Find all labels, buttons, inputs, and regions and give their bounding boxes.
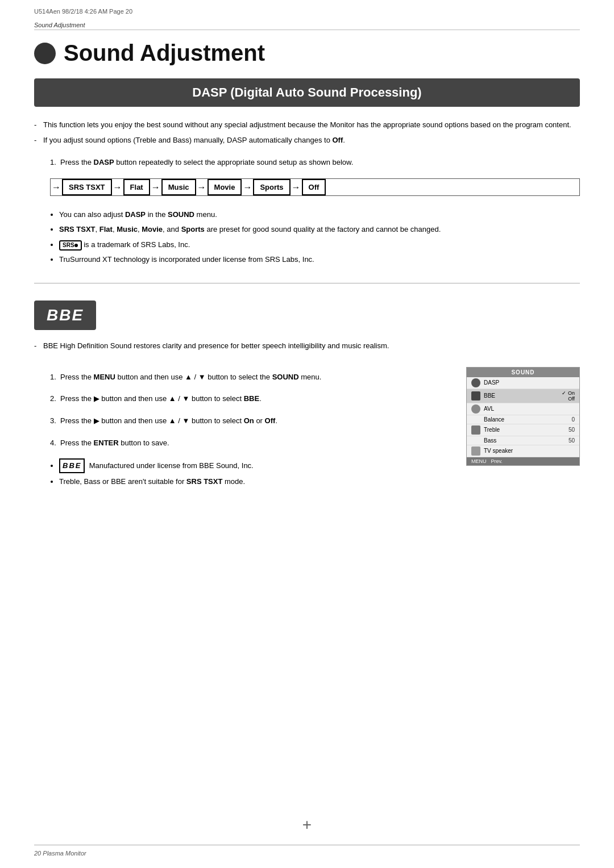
crosshair-icon xyxy=(298,817,316,834)
dasp-banner: DASP (Digital Auto Sound Processing) xyxy=(34,78,580,107)
flow-item-srs: SRS TSXT → xyxy=(62,179,123,195)
menu-row-treble: Treble 50 xyxy=(467,424,579,436)
menu-label-balance: Balance xyxy=(471,416,571,423)
dasp-sub-bullet-2: SRS TSXT, Flat, Music, Movie, and Sports… xyxy=(59,223,580,236)
flow-box-flat: Flat xyxy=(123,179,150,195)
menu-mockup: SOUND DASP BBE ✓ On Off AVL xyxy=(466,367,580,466)
flow-item-music: Music → xyxy=(161,179,208,195)
bbe-step-1: 1. Press the MENU button and then use ▲ … xyxy=(50,372,449,383)
flow-diagram: → SRS TSXT → Flat → Music → Movie → Spor… xyxy=(50,178,580,196)
arrow-icon: → xyxy=(197,182,206,193)
flow-box-srs: SRS TSXT xyxy=(62,179,112,195)
dasp-sub-bullet-4: TruSurround XT technology is incorporate… xyxy=(59,253,580,266)
bbe-step-3: 3. Press the ▶ button and then use ▲ / ▼… xyxy=(50,415,449,427)
page-wrapper: U514Aen 98/2/18 4:26 AM Page 20 Sound Ad… xyxy=(0,0,614,868)
step-1: 1. Press the DASP button repeatedly to s… xyxy=(50,157,580,169)
bbe-step-2: 2. Press the ▶ button and then use ▲ / ▼… xyxy=(50,393,449,405)
flow-box-sports: Sports xyxy=(253,179,290,195)
bbe-off-option: Off xyxy=(568,396,575,402)
dasp-bullet-2: If you adjust sound options (Treble and … xyxy=(34,135,580,147)
bbe-banner: BBE xyxy=(34,301,96,330)
bbe-section: 1. Press the MENU button and then use ▲ … xyxy=(34,361,580,494)
bbe-sub-bullets: BBE Manufactured under license from BBE … xyxy=(34,458,449,488)
arrow-icon: → xyxy=(151,182,160,193)
menu-header: SOUND xyxy=(467,368,579,377)
footer-page-label: 20 Plasma Monitor xyxy=(34,850,86,857)
breadcrumb: Sound Adjustment xyxy=(34,17,580,30)
menu-row-avl: AVL xyxy=(467,403,579,415)
menu-row-bass: Bass 50 xyxy=(467,436,579,445)
arrow-icon: → xyxy=(243,182,252,193)
bbe-sub-bullet-2: Treble, Bass or BBE aren't suitable for … xyxy=(59,475,449,488)
menu-footer-prev: Prev. xyxy=(491,458,503,464)
section-divider xyxy=(34,283,580,283)
menu-value-treble: 50 xyxy=(569,427,575,433)
flow-item-flat: Flat → xyxy=(123,179,161,195)
menu-icon-tvspeaker xyxy=(471,446,480,456)
menu-label-bass: Bass xyxy=(471,437,569,444)
flow-item-off: Off xyxy=(302,179,329,195)
menu-icon-dasp xyxy=(471,378,480,387)
dasp-sub-bullets: You can also adjust DASP in the SOUND me… xyxy=(34,208,580,265)
page-title-section: Sound Adjustment xyxy=(34,40,580,66)
menu-icon-treble xyxy=(471,425,480,435)
menu-row-bbe: BBE ✓ On Off xyxy=(467,389,579,403)
bbe-logo: BBE xyxy=(59,458,85,473)
arrow-icon: → xyxy=(113,182,122,193)
flow-box-movie: Movie xyxy=(208,179,242,195)
menu-icon-bbe xyxy=(471,391,480,400)
menu-value-balance: 0 xyxy=(571,416,575,423)
dasp-sub-bullet-1: You can also adjust DASP in the SOUND me… xyxy=(59,208,580,221)
arrow-icon: → xyxy=(52,182,61,193)
srs-logo: SRS xyxy=(59,240,82,251)
menu-label-bbe: BBE xyxy=(484,393,495,399)
bbe-text: 1. Press the MENU button and then use ▲ … xyxy=(34,361,449,494)
bbe-step-4: 4. Press the ENTER button to save. xyxy=(50,437,449,449)
flow-item-movie: Movie → xyxy=(208,179,254,195)
menu-label-dasp: DASP xyxy=(484,379,575,386)
page-title: Sound Adjustment xyxy=(64,40,265,66)
flow-box-off: Off xyxy=(302,179,326,195)
arrow-icon: → xyxy=(292,182,301,193)
title-icon xyxy=(34,43,56,64)
menu-row-dasp: DASP xyxy=(467,377,579,389)
dasp-bullet-1: This function lets you enjoy the best so… xyxy=(34,119,580,131)
page-footer: 20 Plasma Monitor xyxy=(34,845,580,857)
flow-item-arrow-start: → xyxy=(51,182,62,193)
menu-icon-avl xyxy=(471,404,480,414)
menu-row-tvspeaker: TV speaker xyxy=(467,445,579,457)
dasp-sub-bullet-3: SRS is a trademark of SRS Labs, Inc. xyxy=(59,239,580,251)
flow-box-music: Music xyxy=(161,179,196,195)
menu-footer-menu: MENU xyxy=(471,458,487,464)
top-meta: U514Aen 98/2/18 4:26 AM Page 20 xyxy=(34,0,580,17)
menu-label-tvspeaker: TV speaker xyxy=(484,448,575,454)
menu-value-bass: 50 xyxy=(569,437,575,444)
bbe-sub-bullet-1: BBE Manufactured under license from BBE … xyxy=(59,458,449,473)
menu-label-treble: Treble xyxy=(484,427,500,433)
menu-label-avl: AVL xyxy=(484,406,575,412)
flow-item-sports: Sports → xyxy=(253,179,301,195)
bbe-intro: BBE High Definition Sound restores clari… xyxy=(34,340,580,352)
bbe-on-option: ✓ On xyxy=(562,390,575,396)
menu-row-balance: Balance 0 xyxy=(467,415,579,424)
menu-footer: MENU Prev. xyxy=(467,457,579,465)
